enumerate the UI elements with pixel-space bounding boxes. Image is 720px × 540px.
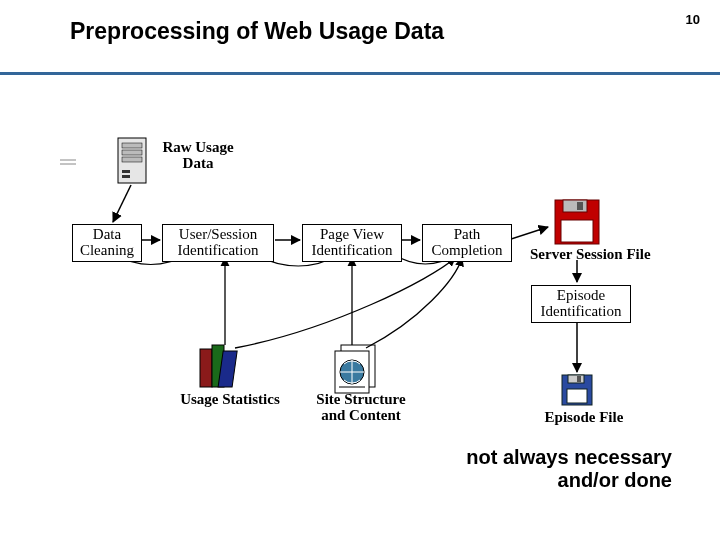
- footnote-text: not always necessaryand/or done: [432, 446, 672, 492]
- decorative-mark: [60, 160, 76, 164]
- episode-id-box: EpisodeIdentification: [531, 285, 631, 323]
- svg-rect-21: [200, 349, 212, 387]
- episode-file-label: Episode File: [534, 410, 634, 426]
- svg-rect-20: [567, 389, 587, 403]
- document-globe-icon: [335, 345, 375, 393]
- svg-rect-13: [577, 202, 583, 210]
- svg-rect-18: [568, 375, 584, 383]
- user-session-box: User/SessionIdentification: [162, 224, 274, 262]
- svg-line-10: [508, 227, 548, 240]
- svg-rect-3: [122, 157, 142, 162]
- floppy-blue-icon: [562, 375, 592, 405]
- usage-stats-label: Usage Statistics: [170, 392, 290, 408]
- svg-line-6: [113, 185, 131, 222]
- page-view-box: Page ViewIdentification: [302, 224, 402, 262]
- path-completion-box: PathCompletion: [422, 224, 512, 262]
- svg-rect-1: [122, 143, 142, 148]
- svg-rect-4: [122, 170, 130, 173]
- server-icon: [118, 138, 146, 183]
- server-session-file-label: Server Session File: [530, 247, 680, 263]
- books-icon: [200, 345, 237, 387]
- svg-rect-19: [577, 376, 581, 382]
- raw-usage-label: Raw UsageData: [153, 140, 243, 172]
- svg-rect-12: [563, 200, 587, 212]
- svg-rect-5: [122, 175, 130, 178]
- site-structure-label: Site Structureand Content: [306, 392, 416, 424]
- svg-rect-2: [122, 150, 142, 155]
- data-cleaning-box: DataCleaning: [72, 224, 142, 262]
- floppy-red-icon: [555, 200, 599, 244]
- svg-rect-14: [561, 220, 593, 242]
